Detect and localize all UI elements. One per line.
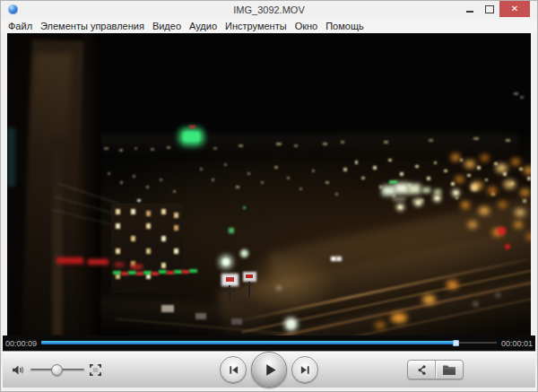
scene-element	[241, 270, 531, 334]
scene-element	[53, 209, 125, 229]
scene-element	[84, 33, 100, 335]
scene-element	[388, 159, 392, 161]
scene-element	[504, 180, 516, 188]
minimize-icon	[466, 11, 473, 13]
scene-element	[299, 187, 302, 190]
fullscreen-button[interactable]	[90, 364, 101, 376]
scene-element	[222, 258, 230, 266]
scene-element	[391, 313, 407, 323]
open-file-button[interactable]	[435, 361, 463, 379]
menu-item-5[interactable]: Инструменты	[225, 21, 287, 31]
scene-element	[56, 257, 83, 264]
scene-element	[444, 170, 447, 172]
scene-element	[88, 259, 108, 265]
scene-element	[115, 263, 124, 266]
scene-element	[468, 222, 477, 228]
scene-element	[116, 248, 120, 254]
scene-element	[243, 206, 246, 209]
scene-element	[200, 168, 203, 170]
scene-element	[230, 258, 528, 325]
scene-element	[131, 209, 135, 214]
scene-element	[467, 174, 471, 177]
scene-element	[189, 269, 197, 273]
scene-element	[247, 172, 250, 175]
scene-element	[464, 161, 475, 168]
scene-element	[183, 132, 200, 142]
seek-track[interactable]	[41, 340, 497, 346]
scene-element	[506, 245, 509, 248]
scene-element	[361, 177, 365, 179]
scene-element	[506, 139, 510, 142]
scene-element	[116, 223, 120, 229]
video-frame[interactable]	[7, 33, 531, 335]
timeline-handle[interactable]	[453, 340, 459, 346]
scene-element	[526, 234, 531, 240]
scene-element	[379, 186, 382, 188]
close-button[interactable]: ✕	[499, 1, 530, 17]
menu-bar: ФайлЭлементы управленияВидеоАудиоИнструм…	[1, 19, 537, 33]
menu-item-3[interactable]: Видео	[152, 21, 181, 31]
volume-slider[interactable]	[30, 364, 84, 376]
scene-element	[492, 229, 503, 236]
scene-element	[400, 172, 404, 176]
scene-element	[111, 204, 183, 293]
menu-item-4[interactable]: Аудио	[189, 21, 217, 31]
step-backward-button[interactable]	[220, 356, 247, 383]
menu-item-7[interactable]: Помощь	[325, 21, 364, 31]
step-backward-icon	[228, 364, 239, 376]
scene-element	[408, 184, 411, 187]
scene-element	[143, 271, 152, 274]
scene-element	[491, 193, 495, 196]
scene-element	[246, 274, 253, 278]
scene-element	[189, 126, 195, 128]
scene-element	[481, 155, 489, 161]
scene-element	[499, 229, 504, 233]
scene-element	[416, 201, 421, 205]
scene-element	[267, 195, 531, 279]
scene-element	[460, 159, 463, 161]
maximize-button[interactable]	[480, 1, 499, 17]
scene-element	[393, 197, 405, 201]
scene-element	[434, 189, 441, 195]
share-icon	[416, 364, 428, 376]
window-frame-bottom	[1, 388, 537, 392]
scene-element	[131, 236, 135, 241]
scene-element	[217, 221, 531, 335]
scene-element	[137, 199, 141, 202]
menu-item-1[interactable]: Файл	[8, 21, 32, 31]
scene-element	[410, 186, 419, 192]
share-button[interactable]	[408, 361, 435, 379]
scene-element	[276, 286, 282, 290]
scene-element	[488, 187, 497, 194]
maximize-icon	[485, 5, 494, 13]
scene-element	[120, 181, 123, 184]
scene-element	[456, 177, 464, 182]
scene-element	[239, 144, 243, 147]
scene-element	[373, 166, 377, 170]
title-bar[interactable]: IMG_3092.MOV ✕	[1, 1, 537, 19]
scene-element	[427, 177, 430, 180]
scene-element	[524, 167, 531, 174]
menu-item-6[interactable]: Окно	[295, 21, 318, 31]
scene-element	[229, 285, 230, 300]
scene-element	[242, 251, 247, 256]
scene-element	[52, 139, 63, 335]
step-forward-button[interactable]	[291, 356, 318, 383]
scene-element	[479, 207, 490, 214]
scene-element	[499, 202, 507, 207]
scene-element	[454, 191, 458, 195]
scene-element	[182, 270, 189, 274]
scene-element	[248, 282, 250, 298]
play-button[interactable]	[251, 352, 287, 388]
scene-element	[520, 189, 530, 196]
folder-icon	[442, 364, 456, 376]
scene-element	[167, 146, 170, 149]
scene-element	[159, 270, 167, 274]
scene-element	[461, 202, 470, 208]
scene-element	[503, 172, 507, 176]
scene-element	[230, 229, 233, 232]
volume-knob[interactable]	[51, 364, 63, 376]
minimize-button[interactable]	[460, 1, 480, 17]
scene-element	[375, 322, 386, 328]
menu-item-2[interactable]: Элементы управления	[40, 21, 144, 31]
